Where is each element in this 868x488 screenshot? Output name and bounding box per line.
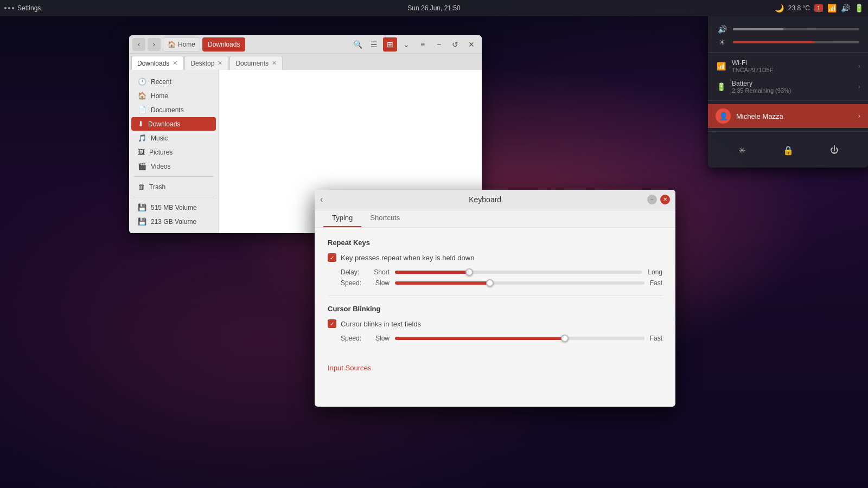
volume-icon-panel: 🔊 — [717, 25, 727, 34]
fm-close-button[interactable]: ✕ — [464, 37, 478, 52]
volume1-icon: 💾 — [138, 203, 146, 211]
fm-tab-bar: Downloads ✕ Desktop ✕ Documents ✕ — [129, 54, 482, 70]
battery-row[interactable]: 🔋 Battery 2:35 Remaining (93%) › — [708, 76, 868, 97]
moon-icon: 🌙 — [775, 4, 784, 12]
user-name: Michele Mazza — [736, 112, 783, 120]
fm-current-path[interactable]: Downloads — [202, 37, 245, 52]
wifi-row[interactable]: 📶 Wi-Fi TNCAP971D5F › — [708, 56, 868, 76]
videos-icon: 🎬 — [138, 162, 146, 170]
fm-toolbar: ‹ › 🏠 Home Downloads 🔍 ☰ ⊞ ⌄ ≡ − ↺ ✕ — [129, 35, 482, 54]
fm-tab-documents-label: Documents — [235, 60, 269, 67]
repeat-keys-checkbox-row: ✓ Key presses repeat when key is held do… — [328, 253, 662, 262]
fm-tab-documents[interactable]: Documents ✕ — [229, 56, 283, 70]
sidebar-item-pictures[interactable]: 🖼 Pictures — [131, 145, 216, 159]
taskbar-menu-dots[interactable] — [4, 7, 14, 9]
cursor-speed-track-filled — [395, 337, 565, 340]
power-action-button[interactable]: ⏻ — [825, 140, 844, 160]
fm-tab-downloads[interactable]: Downloads ✕ — [131, 56, 183, 70]
speed-slider[interactable] — [395, 281, 644, 285]
sidebar-item-home-label: Home — [151, 92, 168, 100]
input-sources-link[interactable]: Input Sources — [328, 364, 371, 372]
fm-tab-desktop-close[interactable]: ✕ — [218, 60, 222, 67]
fm-grid-view-button[interactable]: ⊞ — [383, 37, 397, 52]
cursor-speed-slider-row: Speed: Slow Fast — [341, 335, 662, 342]
sidebar-item-downloads-label: Downloads — [148, 120, 180, 128]
system-panel: 🔊 ☀ 📶 Wi-Fi TNCAP971D5F › 🔋 Battery 2:35… — [708, 16, 868, 168]
downloads-icon: ⬇ — [138, 120, 144, 128]
wifi-content: Wi-Fi TNCAP971D5F — [732, 59, 853, 73]
delay-slider[interactable] — [395, 271, 642, 274]
volume-slider[interactable] — [733, 28, 859, 30]
repeat-keys-checkbox[interactable]: ✓ — [328, 253, 336, 262]
fm-sidebar: 🕐 Recent 🏠 Home 📄 Documents ⬇ Downloads … — [129, 70, 219, 233]
sidebar-divider-2 — [133, 197, 214, 197]
fm-list-view-button[interactable]: ☰ — [367, 37, 381, 52]
fm-sort-button[interactable]: ⌄ — [399, 37, 413, 52]
fm-minimize-button[interactable]: − — [432, 37, 446, 52]
brightness-slider[interactable] — [733, 41, 859, 43]
notification-badge[interactable]: 1 — [814, 4, 823, 12]
cursor-speed-min-label: Slow — [369, 335, 390, 342]
battery-icon-panel: 🔋 — [716, 82, 726, 91]
tab-shortcuts-label: Shortcuts — [370, 214, 400, 222]
sidebar-item-home[interactable]: 🏠 Home — [131, 89, 216, 102]
volume-row: 🔊 — [708, 23, 868, 36]
pictures-icon: 🖼 — [138, 148, 145, 156]
delay-min-label: Short — [369, 268, 390, 276]
sidebar-item-volume1[interactable]: 💾 515 MB Volume — [131, 201, 216, 214]
delay-track-filled — [395, 271, 469, 274]
speed-thumb[interactable] — [486, 279, 494, 287]
delay-label: Delay: — [341, 268, 363, 276]
delay-slider-row: Delay: Short Long — [341, 268, 662, 276]
sidebar-item-volume2[interactable]: 💾 213 GB Volume — [131, 215, 216, 228]
cursor-speed-slider[interactable] — [395, 337, 644, 340]
sidebar-item-videos[interactable]: 🎬 Videos — [131, 159, 216, 173]
speed-slider-row: Speed: Slow Fast — [341, 279, 662, 287]
battery-arrow-icon: › — [858, 83, 860, 91]
home-icon: 🏠 — [168, 41, 176, 48]
sidebar-item-recent-label: Recent — [151, 78, 171, 86]
fm-tab-desktop[interactable]: Desktop ✕ — [184, 56, 228, 70]
fm-search-button[interactable]: 🔍 — [350, 37, 365, 52]
fm-menu-button[interactable]: ≡ — [416, 37, 430, 52]
settings-action-button[interactable]: ✳ — [732, 140, 752, 160]
cursor-speed-max-label: Fast — [650, 335, 662, 342]
tab-typing[interactable]: Typing — [323, 209, 361, 227]
keyboard-close-button[interactable]: ✕ — [660, 195, 670, 204]
taskbar: Settings Sun 26 Jun, 21:50 🌙 23.8 °C 1 📶… — [0, 0, 868, 16]
sidebar-item-documents[interactable]: 📄 Documents — [131, 103, 216, 117]
cursor-blinking-checkbox-row: ✓ Cursor blinks in text fields — [328, 319, 662, 328]
sidebar-item-trash-label: Trash — [149, 183, 165, 191]
sp-divider-2 — [708, 100, 868, 101]
repeat-keys-label: Key presses repeat when key is held down — [341, 254, 474, 262]
sidebar-item-downloads[interactable]: ⬇ Downloads — [131, 117, 216, 131]
fm-tab-documents-close[interactable]: ✕ — [272, 60, 277, 67]
music-icon: 🎵 — [138, 134, 146, 142]
keyboard-minimize-button[interactable]: − — [647, 195, 657, 204]
delay-thumb[interactable] — [465, 268, 473, 276]
fm-tab-downloads-close[interactable]: ✕ — [173, 60, 177, 67]
user-row[interactable]: 👤 Michele Mazza › — [708, 104, 868, 128]
speed-min-label: Slow — [369, 279, 390, 287]
cursor-blinking-label: Cursor blinks in text fields — [341, 320, 421, 328]
fm-home-breadcrumb[interactable]: 🏠 Home — [163, 37, 200, 52]
tab-shortcuts[interactable]: Shortcuts — [361, 209, 409, 227]
recent-icon: 🕐 — [138, 78, 146, 86]
fm-restore-button[interactable]: ↺ — [448, 37, 462, 52]
sp-divider-3 — [708, 131, 868, 132]
wifi-arrow-icon: › — [858, 62, 860, 70]
sidebar-item-music[interactable]: 🎵 Music — [131, 131, 216, 145]
fm-tab-downloads-label: Downloads — [137, 60, 169, 67]
user-avatar: 👤 — [716, 108, 731, 124]
sidebar-item-recent[interactable]: 🕐 Recent — [131, 75, 216, 88]
delay-max-label: Long — [648, 268, 662, 276]
fm-back-button[interactable]: ‹ — [132, 38, 145, 51]
keyboard-title: Keyboard — [469, 195, 501, 204]
sidebar-item-trash[interactable]: 🗑 Trash — [131, 180, 216, 194]
fm-forward-button[interactable]: › — [148, 38, 161, 51]
wifi-label: Wi-Fi — [732, 59, 853, 67]
volume-icon: 🔊 — [841, 4, 850, 12]
cursor-blinking-checkbox[interactable]: ✓ — [328, 319, 336, 328]
cursor-speed-thumb[interactable] — [561, 335, 569, 342]
lock-action-button[interactable]: 🔒 — [778, 140, 798, 160]
